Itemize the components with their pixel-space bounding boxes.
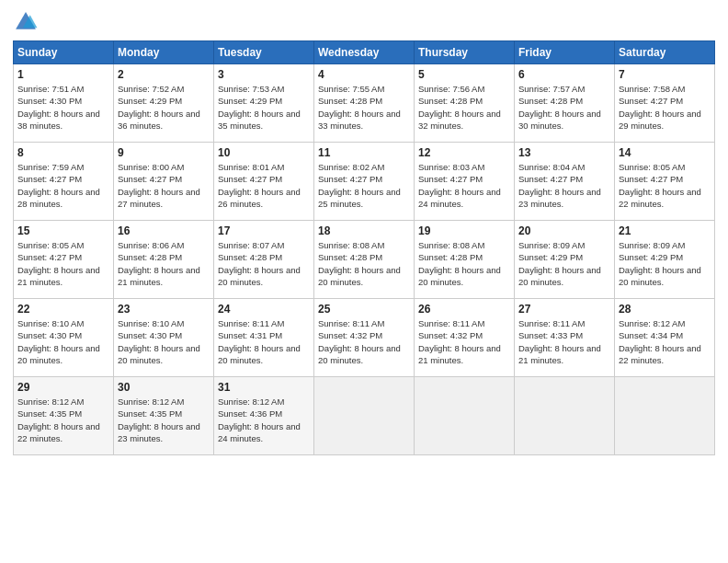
cell-content: Sunrise: 8:07 AMSunset: 4:28 PMDaylight:… (218, 239, 310, 288)
calendar-cell: 17Sunrise: 8:07 AMSunset: 4:28 PMDayligh… (214, 221, 314, 299)
logo (13, 9, 42, 35)
day-number: 8 (17, 146, 109, 159)
cell-content: Sunrise: 8:12 AMSunset: 4:35 PMDaylight:… (118, 396, 210, 444)
calendar-cell: 25Sunrise: 8:11 AMSunset: 4:32 PMDayligh… (314, 299, 415, 377)
day-number: 17 (218, 224, 310, 237)
day-number: 11 (318, 146, 410, 159)
cell-content: Sunrise: 8:12 AMSunset: 4:34 PMDaylight:… (619, 317, 711, 366)
day-number: 22 (17, 303, 109, 316)
cell-content: Sunrise: 7:57 AMSunset: 4:28 PMDaylight:… (518, 83, 610, 132)
header (13, 9, 715, 35)
cell-content: Sunrise: 8:11 AMSunset: 4:33 PMDaylight:… (518, 317, 610, 366)
day-number: 31 (218, 381, 310, 394)
day-number: 20 (518, 224, 610, 237)
day-number: 13 (518, 146, 610, 159)
page: SundayMondayTuesdayWednesdayThursdayFrid… (0, 0, 728, 563)
calendar-cell: 13Sunrise: 8:04 AMSunset: 4:27 PMDayligh… (515, 143, 615, 221)
calendar-cell (515, 377, 615, 455)
cell-content: Sunrise: 7:51 AMSunset: 4:30 PMDaylight:… (17, 83, 109, 132)
calendar-cell: 7Sunrise: 7:58 AMSunset: 4:27 PMDaylight… (615, 64, 715, 143)
day-number: 1 (17, 68, 109, 81)
calendar-cell: 15Sunrise: 8:05 AMSunset: 4:27 PMDayligh… (14, 221, 114, 299)
day-number: 4 (318, 68, 410, 81)
day-number: 14 (619, 146, 711, 159)
calendar-cell: 4Sunrise: 7:55 AMSunset: 4:28 PMDaylight… (314, 64, 415, 143)
day-number: 3 (218, 68, 310, 81)
day-number: 6 (518, 68, 610, 81)
calendar-cell: 20Sunrise: 8:09 AMSunset: 4:29 PMDayligh… (515, 221, 615, 299)
calendar-cell: 27Sunrise: 8:11 AMSunset: 4:33 PMDayligh… (515, 299, 615, 377)
calendar-cell: 6Sunrise: 7:57 AMSunset: 4:28 PMDaylight… (515, 64, 615, 143)
calendar-cell (415, 377, 515, 455)
calendar-cell: 5Sunrise: 7:56 AMSunset: 4:28 PMDaylight… (415, 64, 515, 143)
day-header-saturday: Saturday (615, 41, 715, 64)
cell-content: Sunrise: 8:09 AMSunset: 4:29 PMDaylight:… (619, 239, 711, 288)
calendar-cell: 1Sunrise: 7:51 AMSunset: 4:30 PMDaylight… (14, 64, 114, 143)
day-number: 27 (518, 303, 610, 316)
day-header-monday: Monday (114, 41, 214, 64)
cell-content: Sunrise: 7:56 AMSunset: 4:28 PMDaylight:… (418, 83, 510, 132)
calendar-cell: 11Sunrise: 8:02 AMSunset: 4:27 PMDayligh… (314, 143, 415, 221)
cell-content: Sunrise: 8:12 AMSunset: 4:36 PMDaylight:… (218, 396, 310, 444)
calendar-week-1: 1Sunrise: 7:51 AMSunset: 4:30 PMDaylight… (14, 64, 715, 143)
calendar-cell: 3Sunrise: 7:53 AMSunset: 4:29 PMDaylight… (214, 64, 314, 143)
day-number: 25 (318, 303, 410, 316)
calendar-cell: 26Sunrise: 8:11 AMSunset: 4:32 PMDayligh… (415, 299, 515, 377)
calendar-cell: 31Sunrise: 8:12 AMSunset: 4:36 PMDayligh… (214, 377, 314, 455)
calendar-cell: 10Sunrise: 8:01 AMSunset: 4:27 PMDayligh… (214, 143, 314, 221)
day-number: 29 (17, 381, 109, 394)
day-number: 19 (418, 224, 510, 237)
cell-content: Sunrise: 8:03 AMSunset: 4:27 PMDaylight:… (418, 161, 510, 210)
calendar-table: SundayMondayTuesdayWednesdayThursdayFrid… (13, 40, 715, 455)
calendar-cell: 22Sunrise: 8:10 AMSunset: 4:30 PMDayligh… (14, 299, 114, 377)
cell-content: Sunrise: 8:00 AMSunset: 4:27 PMDaylight:… (118, 161, 210, 210)
day-header-wednesday: Wednesday (314, 41, 415, 64)
day-header-tuesday: Tuesday (214, 41, 314, 64)
day-number: 7 (619, 68, 711, 81)
day-number: 28 (619, 303, 711, 316)
calendar-header-row: SundayMondayTuesdayWednesdayThursdayFrid… (14, 41, 715, 64)
calendar-week-5: 29Sunrise: 8:12 AMSunset: 4:35 PMDayligh… (14, 377, 715, 455)
cell-content: Sunrise: 8:11 AMSunset: 4:32 PMDaylight:… (418, 317, 510, 366)
calendar-cell: 12Sunrise: 8:03 AMSunset: 4:27 PMDayligh… (415, 143, 515, 221)
cell-content: Sunrise: 8:10 AMSunset: 4:30 PMDaylight:… (17, 317, 109, 366)
day-number: 21 (619, 224, 711, 237)
day-number: 5 (418, 68, 510, 81)
day-header-thursday: Thursday (415, 41, 515, 64)
calendar-cell (314, 377, 415, 455)
cell-content: Sunrise: 8:06 AMSunset: 4:28 PMDaylight:… (118, 239, 210, 288)
calendar-cell: 24Sunrise: 8:11 AMSunset: 4:31 PMDayligh… (214, 299, 314, 377)
calendar-cell: 2Sunrise: 7:52 AMSunset: 4:29 PMDaylight… (114, 64, 214, 143)
cell-content: Sunrise: 7:58 AMSunset: 4:27 PMDaylight:… (619, 83, 711, 132)
logo-icon (13, 9, 39, 35)
calendar-cell: 8Sunrise: 7:59 AMSunset: 4:27 PMDaylight… (14, 143, 114, 221)
cell-content: Sunrise: 7:55 AMSunset: 4:28 PMDaylight:… (318, 83, 410, 132)
calendar-cell: 19Sunrise: 8:08 AMSunset: 4:28 PMDayligh… (415, 221, 515, 299)
cell-content: Sunrise: 8:02 AMSunset: 4:27 PMDaylight:… (318, 161, 410, 210)
cell-content: Sunrise: 8:08 AMSunset: 4:28 PMDaylight:… (318, 239, 410, 288)
cell-content: Sunrise: 8:08 AMSunset: 4:28 PMDaylight:… (418, 239, 510, 288)
cell-content: Sunrise: 7:52 AMSunset: 4:29 PMDaylight:… (118, 83, 210, 132)
day-number: 24 (218, 303, 310, 316)
day-header-sunday: Sunday (14, 41, 114, 64)
calendar-cell: 30Sunrise: 8:12 AMSunset: 4:35 PMDayligh… (114, 377, 214, 455)
calendar-cell: 18Sunrise: 8:08 AMSunset: 4:28 PMDayligh… (314, 221, 415, 299)
day-header-friday: Friday (515, 41, 615, 64)
day-number: 23 (118, 303, 210, 316)
day-number: 15 (17, 224, 109, 237)
cell-content: Sunrise: 8:05 AMSunset: 4:27 PMDaylight:… (619, 161, 711, 210)
calendar-week-2: 8Sunrise: 7:59 AMSunset: 4:27 PMDaylight… (14, 143, 715, 221)
cell-content: Sunrise: 8:04 AMSunset: 4:27 PMDaylight:… (518, 161, 610, 210)
cell-content: Sunrise: 8:11 AMSunset: 4:32 PMDaylight:… (318, 317, 410, 366)
day-number: 18 (318, 224, 410, 237)
calendar-cell: 23Sunrise: 8:10 AMSunset: 4:30 PMDayligh… (114, 299, 214, 377)
day-number: 10 (218, 146, 310, 159)
cell-content: Sunrise: 8:11 AMSunset: 4:31 PMDaylight:… (218, 317, 310, 366)
day-number: 16 (118, 224, 210, 237)
calendar-cell: 14Sunrise: 8:05 AMSunset: 4:27 PMDayligh… (615, 143, 715, 221)
cell-content: Sunrise: 8:10 AMSunset: 4:30 PMDaylight:… (118, 317, 210, 366)
cell-content: Sunrise: 7:59 AMSunset: 4:27 PMDaylight:… (17, 161, 109, 210)
cell-content: Sunrise: 8:05 AMSunset: 4:27 PMDaylight:… (17, 239, 109, 288)
calendar-cell: 9Sunrise: 8:00 AMSunset: 4:27 PMDaylight… (114, 143, 214, 221)
cell-content: Sunrise: 7:53 AMSunset: 4:29 PMDaylight:… (218, 83, 310, 132)
